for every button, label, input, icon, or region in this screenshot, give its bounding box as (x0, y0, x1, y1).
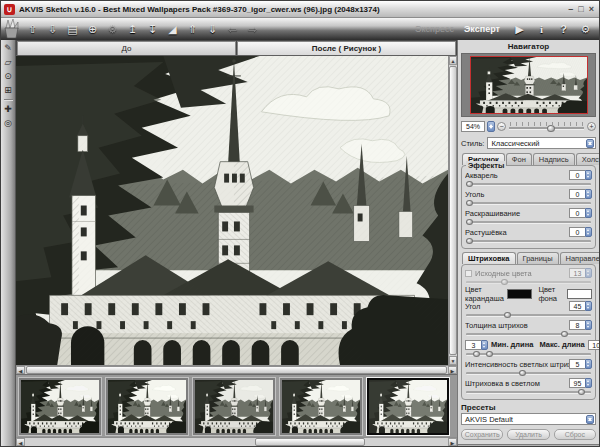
export-presets-button[interactable]: ↧ (145, 22, 160, 37)
light-intensity-label: Интенсивность светлых штрихов (465, 360, 569, 369)
original-colors-checkbox[interactable] (465, 270, 472, 277)
batch-processing-button[interactable]: ⚙ (105, 22, 120, 37)
preset-thumbnail[interactable] (280, 378, 362, 435)
zoom-out-button[interactable]: − (497, 122, 506, 131)
help-icon[interactable]: ? (557, 22, 570, 37)
watercolor-slider[interactable] (466, 180, 591, 188)
light-hatching-spinner[interactable]: 95 (569, 378, 592, 388)
run-icon[interactable]: ▶ (513, 22, 526, 37)
vertical-scroll-thumb[interactable] (449, 66, 457, 355)
preset-select-button[interactable] (586, 415, 594, 424)
smudging-slider[interactable] (466, 237, 591, 245)
tab-edges[interactable]: Границы (517, 252, 559, 264)
tab-canvas[interactable]: Холст (576, 153, 599, 165)
open-button[interactable]: ⇧ (25, 22, 40, 37)
crop-tool[interactable]: ⊞ (3, 85, 14, 95)
maximize-button[interactable]: □ (578, 4, 583, 15)
scroll-left-icon[interactable]: ◀ (16, 438, 25, 446)
light-hatching-slider[interactable] (466, 388, 591, 396)
tab-strokes[interactable]: Штриховка (462, 252, 516, 264)
smudging-spinner[interactable]: 0 (569, 227, 592, 237)
min-length-thumb[interactable] (473, 351, 480, 357)
zoom-dropdown-button[interactable] (487, 121, 495, 132)
tab-direction[interactable]: Направление (560, 252, 599, 264)
info-icon[interactable]: i (535, 22, 548, 37)
reset-preset-button[interactable]: Сброс (554, 429, 596, 440)
hatching-tabs: Штриховка Границы Направление (461, 252, 596, 264)
zoom-slider-thumb[interactable] (547, 125, 555, 132)
navigator-title: Навигатор (461, 41, 596, 53)
print-button[interactable]: ▤ (65, 22, 80, 37)
horizontal-scroll-thumb[interactable] (26, 366, 447, 374)
thumbnails-scroll-thumb[interactable] (255, 438, 365, 446)
original-colors-slider[interactable] (466, 278, 591, 286)
light-intensity-slider[interactable] (466, 369, 591, 377)
preset-thumbnail[interactable] (106, 378, 188, 435)
light-intensity-spinner[interactable]: 5 (569, 359, 592, 369)
preview-brush-tool[interactable]: ⊙ (3, 71, 14, 81)
tab-text[interactable]: Надпись (533, 153, 575, 165)
watercolor-spinner[interactable]: 0 (569, 170, 592, 180)
tab-background[interactable]: Фон (506, 153, 532, 165)
stroke-direction-tool[interactable]: ✎ (3, 43, 14, 53)
preset-thumbnail[interactable] (193, 378, 275, 435)
preset-thumbnail-selected[interactable] (367, 378, 449, 435)
canvas-horizontal-scrollbar[interactable]: ◀ ▶ (16, 365, 457, 374)
eraser-tool[interactable]: ▱ (3, 57, 14, 67)
canvas-vertical-scrollbar[interactable]: ▲ ▼ (448, 56, 457, 365)
apply-button[interactable]: ⇓ (205, 22, 220, 37)
coloration-spinner[interactable]: 0 (569, 208, 592, 218)
pencil-color-swatch[interactable] (507, 289, 532, 299)
thumbnails-scrollbar[interactable]: ◀ ▶ (16, 437, 457, 446)
zoom-value-field[interactable]: 54% (461, 121, 485, 132)
scroll-right-icon[interactable]: ▶ (448, 438, 457, 446)
style-select[interactable]: Классический (487, 137, 596, 149)
tab-before[interactable]: До (17, 41, 236, 55)
quick-preview-button[interactable]: ◢ (165, 22, 180, 37)
charcoal-slider[interactable] (466, 199, 591, 207)
window-controls: – □ × (568, 4, 594, 15)
preset-select[interactable]: AKVIS Default (461, 413, 596, 425)
style-select-button[interactable] (586, 139, 594, 148)
save-preset-button[interactable]: Сохранить (461, 429, 503, 440)
angle-spinner[interactable]: 45 (569, 301, 592, 311)
original-colors-spinner[interactable]: 13 (569, 268, 592, 278)
hand-tool[interactable]: ✚ (3, 104, 14, 114)
scroll-right-icon[interactable]: ▶ (448, 366, 457, 374)
stroke-width-spinner[interactable]: 8 (569, 320, 592, 330)
tab-after[interactable]: После ( Рисунок ) (237, 41, 456, 55)
max-length-spinner[interactable]: 10 (588, 340, 599, 350)
min-length-spinner[interactable]: 3 (465, 340, 488, 350)
image-canvas[interactable] (16, 56, 448, 365)
pencil-color-label: Цвет карандаша (465, 285, 504, 303)
length-range-slider[interactable] (466, 350, 591, 358)
import-presets-button[interactable]: ↥ (125, 22, 140, 37)
settings-panel: Навигатор 54% − + Стиль: Классический (457, 40, 599, 446)
scroll-up-icon[interactable]: ▲ (449, 56, 457, 65)
expert-mode-button[interactable]: Эксперт (464, 24, 500, 34)
undo-button[interactable]: ⇦ (225, 22, 240, 37)
zoom-tool[interactable]: ◎ (3, 118, 14, 128)
zoom-in-button[interactable]: + (587, 122, 596, 131)
close-button[interactable]: × (589, 4, 594, 15)
charcoal-spinner[interactable]: 0 (569, 189, 592, 199)
scroll-left-icon[interactable]: ◀ (16, 366, 25, 374)
tool-strip: ✎ ▱ ⊙ ⊞ ✚ ◎ (1, 40, 16, 446)
express-mode-button[interactable]: Экспресс (415, 24, 454, 34)
minimize-button[interactable]: – (568, 4, 573, 15)
save-button[interactable]: ⇩ (45, 22, 60, 37)
delete-preset-button[interactable]: Удалить (507, 429, 549, 440)
share-button[interactable]: ⇑ (185, 22, 200, 37)
scroll-down-icon[interactable]: ▼ (449, 356, 457, 365)
preset-thumbnail[interactable] (19, 378, 101, 435)
coloration-slider[interactable] (466, 218, 591, 226)
publish-button[interactable]: ⊕ (85, 22, 100, 37)
navigator-preview[interactable] (470, 56, 588, 114)
redo-button[interactable]: ⇨ (245, 22, 260, 37)
max-length-thumb[interactable] (486, 351, 493, 357)
background-color-swatch[interactable] (567, 289, 592, 299)
zoom-slider[interactable] (508, 121, 585, 132)
settings-gear-icon[interactable]: ⚙ (579, 22, 592, 37)
angle-slider[interactable] (466, 311, 591, 319)
stroke-width-slider[interactable] (466, 330, 591, 338)
